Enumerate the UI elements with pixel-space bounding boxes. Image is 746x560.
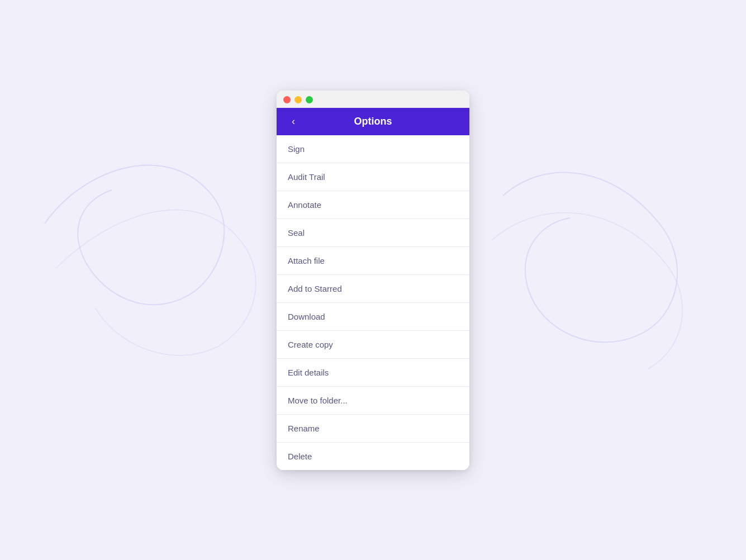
options-window: ‹ Options Sign Audit Trail Annotate Seal… [277,91,469,470]
menu-item-attach-file[interactable]: Attach file [277,247,469,275]
title-bar [277,91,469,108]
menu-item-sign[interactable]: Sign [277,135,469,163]
maximize-dot[interactable] [306,96,313,103]
menu-item-audit-trail[interactable]: Audit Trail [277,163,469,191]
back-button[interactable]: ‹ [286,113,301,129]
menu-item-move-to-folder[interactable]: Move to folder... [277,387,469,415]
menu-item-seal[interactable]: Seal [277,219,469,247]
header: ‹ Options [277,108,469,135]
page-title: Options [286,116,460,127]
close-dot[interactable] [283,96,291,103]
menu-item-annotate[interactable]: Annotate [277,191,469,219]
minimize-dot[interactable] [294,96,302,103]
menu-list: Sign Audit Trail Annotate Seal Attach fi… [277,135,469,470]
menu-item-add-to-starred[interactable]: Add to Starred [277,275,469,303]
menu-item-edit-details[interactable]: Edit details [277,359,469,387]
menu-item-download[interactable]: Download [277,303,469,331]
menu-item-create-copy[interactable]: Create copy [277,331,469,359]
menu-item-delete[interactable]: Delete [277,443,469,470]
menu-item-rename[interactable]: Rename [277,415,469,443]
